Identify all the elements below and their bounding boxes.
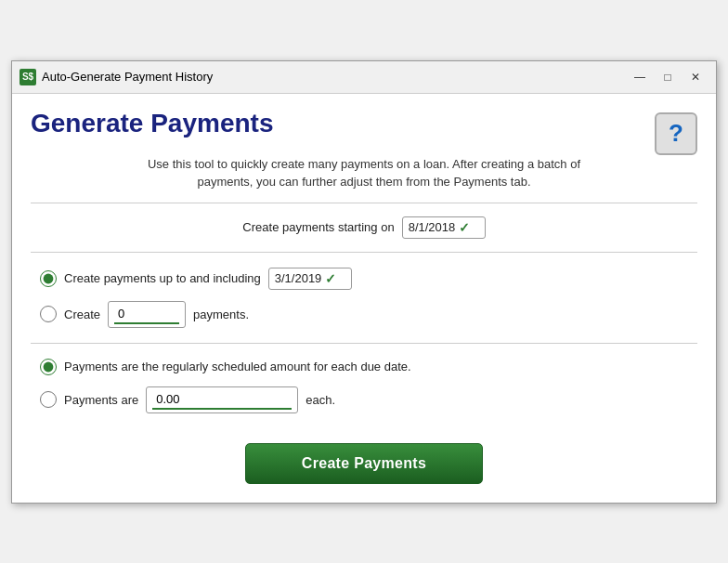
end-condition-section: Create payments up to and including 3/1/…	[31, 252, 697, 343]
starting-date-chevron-icon: ✓	[459, 220, 470, 235]
end-date-value: 3/1/2019	[275, 271, 322, 285]
radio-date-row: Create payments up to and including 3/1/…	[31, 262, 697, 295]
radio-count-input[interactable]	[40, 306, 57, 322]
content-area: Generate Payments ? Use this tool to qui…	[12, 94, 716, 503]
title-bar: S$ Auto-Generate Payment History — □ ✕	[12, 61, 716, 94]
close-button[interactable]: ✕	[682, 67, 708, 87]
payment-amount-input[interactable]	[152, 390, 292, 410]
maximize-button[interactable]: □	[655, 67, 681, 87]
radio-amount-row: Payments are each.	[31, 381, 697, 419]
amount-section: Payments are the regularly scheduled amo…	[31, 343, 697, 428]
app-icon: S$	[20, 69, 36, 85]
minimize-button[interactable]: —	[627, 67, 653, 87]
starting-date-value: 8/1/2018	[409, 220, 456, 234]
starting-date-section: Create payments starting on 8/1/2018 ✓	[31, 203, 697, 252]
radio-date-label: Create payments up to and including	[64, 271, 261, 285]
starting-date-dropdown[interactable]: 8/1/2018 ✓	[402, 216, 486, 239]
radio-count-suffix: payments.	[193, 308, 249, 321]
payment-count-input[interactable]	[114, 305, 179, 324]
radio-amount-prefix: Payments are	[64, 393, 138, 407]
end-date-dropdown[interactable]: 3/1/2019 ✓	[268, 268, 352, 290]
radio-count-row: Create payments.	[31, 295, 697, 334]
radio-count-prefix: Create	[64, 308, 100, 321]
window-title: Auto-Generate Payment History	[42, 70, 213, 84]
title-bar-left: S$ Auto-Generate Payment History	[20, 69, 213, 85]
description: Use this tool to quickly create many pay…	[31, 155, 697, 191]
help-icon: ?	[669, 119, 683, 148]
radio-amount-suffix: each.	[306, 393, 335, 407]
radio-scheduled-row: Payments are the regularly scheduled amo…	[31, 353, 697, 381]
header-row: Generate Payments ?	[31, 109, 697, 155]
create-payments-button[interactable]: Create Payments	[245, 443, 483, 484]
radio-date-input[interactable]	[40, 270, 57, 287]
window-controls: — □ ✕	[627, 67, 708, 87]
page-title: Generate Payments	[31, 109, 273, 138]
amount-input-wrapper	[146, 386, 298, 413]
radio-amount-input[interactable]	[40, 391, 57, 408]
help-button[interactable]: ?	[655, 112, 697, 155]
radio-scheduled-label: Payments are the regularly scheduled amo…	[64, 360, 411, 373]
end-date-chevron-icon: ✓	[325, 271, 336, 286]
starting-date-row: Create payments starting on 8/1/2018 ✓	[31, 213, 697, 242]
count-input-wrapper	[108, 301, 186, 328]
starting-label: Create payments starting on	[242, 220, 394, 234]
radio-scheduled-input[interactable]	[40, 359, 57, 375]
main-window: S$ Auto-Generate Payment History — □ ✕ G…	[11, 60, 717, 504]
